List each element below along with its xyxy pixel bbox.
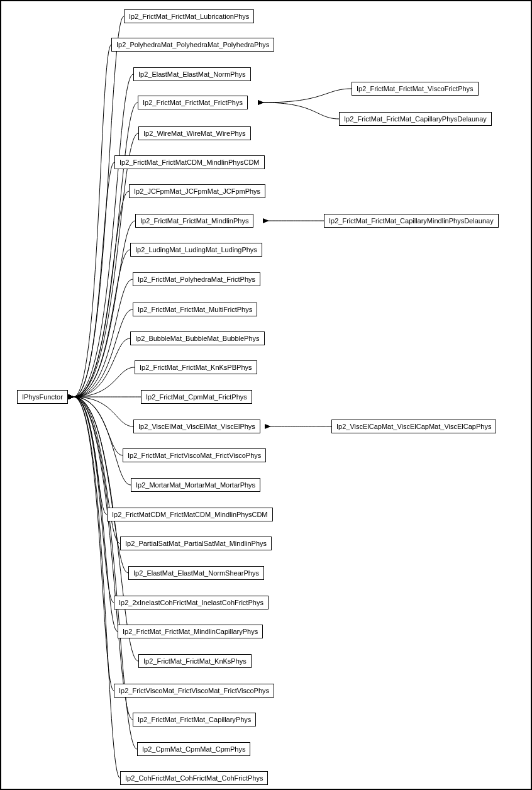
- node-root[interactable]: IPhysFunctor: [17, 390, 68, 404]
- node-normphys[interactable]: Ip2_ElastMat_ElastMat_NormPhys: [133, 67, 251, 81]
- node-cpmcpm[interactable]: Ip2_CpmMat_CpmMat_CpmPhys: [137, 742, 250, 756]
- node-knks[interactable]: Ip2_FrictMat_FrictMat_KnKsPhys: [138, 654, 252, 668]
- node-mindlincdm2[interactable]: Ip2_FrictMatCDM_FrictMatCDM_MindlinPhysC…: [107, 508, 273, 521]
- node-frictvisco[interactable]: Ip2_FrictMat_FrictViscoMat_FrictViscoPhy…: [123, 448, 266, 462]
- node-mindlin[interactable]: Ip2_FrictMat_FrictMat_MindlinPhys: [135, 214, 253, 228]
- node-fvmfvm[interactable]: Ip2_FrictViscoMat_FrictViscoMat_FrictVis…: [114, 684, 274, 698]
- node-bubble[interactable]: Ip2_BubbleMat_BubbleMat_BubblePhys: [130, 331, 265, 345]
- node-capmindlin[interactable]: Ip2_FrictMat_FrictMat_CapillaryMindlinPh…: [324, 214, 499, 228]
- node-polyhedra[interactable]: Ip2_PolyhedraMat_PolyhedraMat_PolyhedraP…: [111, 38, 274, 52]
- node-multifrict[interactable]: Ip2_FrictMat_FrictMat_MultiFrictPhys: [133, 303, 257, 316]
- node-viscelcap[interactable]: Ip2_ViscElCapMat_ViscElCapMat_ViscElCapP…: [331, 420, 496, 433]
- node-luding[interactable]: Ip2_LudingMat_LudingMat_LudingPhys: [130, 243, 262, 257]
- node-viscofrict[interactable]: Ip2_FrictMat_FrictMat_ViscoFrictPhys: [352, 82, 479, 96]
- node-mindlincap[interactable]: Ip2_FrictMat_FrictMat_MindlinCapillaryPh…: [118, 625, 263, 638]
- node-cpmfrict[interactable]: Ip2_FrictMat_CpmMat_FrictPhys: [141, 390, 252, 404]
- node-viscel[interactable]: Ip2_ViscElMat_ViscElMat_ViscElPhys: [133, 420, 260, 433]
- node-normshear[interactable]: Ip2_ElastMat_ElastMat_NormShearPhys: [128, 566, 264, 580]
- node-lubrication[interactable]: Ip2_FrictMat_FrictMat_LubricationPhys: [124, 9, 254, 23]
- node-partialsat[interactable]: Ip2_PartialSatMat_PartialSatMat_MindlinP…: [120, 537, 272, 550]
- node-mortar[interactable]: Ip2_MortarMat_MortarMat_MortarPhys: [131, 478, 260, 492]
- node-knkspb[interactable]: Ip2_FrictMat_FrictMat_KnKsPBPhys: [135, 360, 257, 374]
- node-inelast[interactable]: Ip2_2xInelastCohFrictMat_InelastCohFrict…: [114, 596, 269, 609]
- node-cohfrict[interactable]: Ip2_CohFrictMat_CohFrictMat_CohFrictPhys: [120, 771, 268, 785]
- node-wirephys[interactable]: Ip2_WireMat_WireMat_WirePhys: [138, 126, 251, 140]
- node-capillary[interactable]: Ip2_FrictMat_FrictMat_CapillaryPhys: [133, 713, 256, 726]
- node-frictphys[interactable]: Ip2_FrictMat_FrictMat_FrictPhys: [138, 96, 248, 109]
- diagram-frame: IPhysFunctorIp2_FrictMat_FrictMat_Lubric…: [0, 0, 532, 790]
- node-jcfpm[interactable]: Ip2_JCFpmMat_JCFpmMat_JCFpmPhys: [129, 184, 265, 198]
- node-polyfrictmat[interactable]: Ip2_FrictMat_PolyhedraMat_FrictPhys: [133, 272, 260, 286]
- node-mindlincdm1[interactable]: Ip2_FrictMat_FrictMatCDM_MindlinPhysCDM: [114, 155, 265, 169]
- node-capdelaunay[interactable]: Ip2_FrictMat_FrictMat_CapillaryPhysDelau…: [339, 112, 492, 126]
